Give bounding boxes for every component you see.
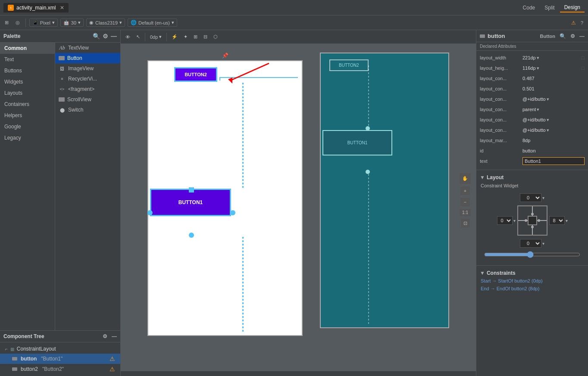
- tree-item-constraintlayout[interactable]: ⌐ ▦ ConstraintLayout: [0, 344, 120, 354]
- constraint-slider[interactable]: [484, 251, 580, 258]
- attr-value-layout-height[interactable]: 116dp ▾: [522, 65, 579, 71]
- attr-label-con4: layout_con...: [480, 107, 521, 112]
- category-common[interactable]: Common: [0, 43, 55, 54]
- infer-constraints-btn[interactable]: ⚡: [169, 33, 180, 41]
- attr-label-layout-height: layout_heig...: [480, 65, 521, 71]
- attr-value-margin[interactable]: 8dp: [522, 138, 585, 143]
- widget-fragment-label: <fragment>: [68, 86, 94, 92]
- preview-dot-bottom: [366, 170, 370, 174]
- xml-icon: x: [8, 5, 14, 11]
- attr-widget-name: button: [488, 33, 538, 39]
- attr-value-con2[interactable]: 0.501: [522, 86, 585, 91]
- palette-close-icon[interactable]: —: [111, 33, 117, 40]
- category-legacy[interactable]: Legacy: [0, 132, 55, 143]
- category-containers[interactable]: Containers: [0, 99, 55, 110]
- align-btn[interactable]: ⊞: [191, 33, 200, 41]
- widget-fragment[interactable]: <> <fragment>: [55, 84, 120, 94]
- zoom-in-btn[interactable]: +: [460, 186, 470, 195]
- tab-close-icon[interactable]: ✕: [60, 5, 64, 11]
- constraint-link-start[interactable]: Start → StartOf button2 (0dp): [476, 277, 588, 285]
- attr-row-id[interactable]: id button: [476, 146, 588, 156]
- attr-row-con1[interactable]: layout_con... 0.487: [476, 73, 588, 84]
- hand-tool-btn[interactable]: ✋: [460, 173, 471, 184]
- category-text[interactable]: Text: [0, 54, 55, 65]
- pack-btn[interactable]: ⬡: [211, 33, 220, 41]
- attr-value-con4[interactable]: parent ▾: [522, 107, 585, 112]
- help-btn[interactable]: ?: [579, 19, 585, 27]
- constraint-bottom-select[interactable]: 0: [520, 239, 541, 248]
- locale-dropdown[interactable]: 🌐 Default (en-us) ▾: [128, 19, 177, 27]
- attr-close-icon[interactable]: —: [579, 33, 585, 39]
- mode-design-tab[interactable]: Design: [560, 3, 585, 12]
- mode-code-tab[interactable]: Code: [519, 3, 540, 12]
- attr-row-con6[interactable]: layout_con... @+id/butto ▾: [476, 125, 588, 135]
- attr-search-icon[interactable]: 🔍: [560, 33, 566, 39]
- attr-row-margin[interactable]: layout_mar... 8dp: [476, 135, 588, 146]
- button2-widget[interactable]: BUTTON2: [174, 67, 217, 82]
- class-dropdown[interactable]: ◉ Class2319 ▾: [86, 19, 125, 27]
- zoom-out-btn[interactable]: −: [460, 198, 470, 206]
- widget-textview[interactable]: Ab TextView: [55, 43, 120, 53]
- category-buttons[interactable]: Buttons: [0, 65, 55, 76]
- attr-value-layout-width[interactable]: 221dp ▾: [522, 55, 579, 61]
- zoom-reset-btn[interactable]: 1:1: [460, 209, 471, 216]
- attr-value-id[interactable]: button: [522, 148, 585, 153]
- attr-value-con1[interactable]: 0.487: [522, 76, 585, 81]
- category-helpers[interactable]: Helpers: [0, 110, 55, 121]
- attr-label-con1: layout_con...: [480, 76, 521, 81]
- canvas-zoom-btn[interactable]: 👁: [123, 33, 132, 41]
- tree-item-button2[interactable]: button2 "Button2" ⚠: [0, 364, 120, 374]
- widget-scrollview-label: ScrollView: [67, 96, 91, 103]
- preview-v-line: [368, 65, 369, 134]
- palette-gear-icon[interactable]: ⚙: [103, 33, 108, 40]
- mode-split-tab[interactable]: Split: [540, 3, 559, 12]
- design-toolbar: ⊞ ◎ 📱 Pixel ▾ 🤖 30 ▾ ◉ Class2319 ▾ 🌐 Def…: [0, 16, 588, 30]
- margin-input[interactable]: 0dp ▾: [148, 33, 164, 41]
- attr-value-con3[interactable]: @+id/butto ▾: [522, 96, 585, 102]
- canvas-scrollbar[interactable]: [121, 371, 476, 376]
- constraint-link-start-text: Start → StartOf button2 (0dp): [481, 278, 543, 283]
- widget-recyclerview[interactable]: ≡ RecyclerVi...: [55, 74, 120, 84]
- design-view-btn[interactable]: ⊞: [3, 19, 11, 27]
- attr-value-con5[interactable]: @+id/butto ▾: [522, 117, 585, 123]
- widget-switch[interactable]: ⬤ Switch: [55, 105, 120, 115]
- attr-row-layout-width[interactable]: layout_width 221dp ▾ □: [476, 53, 588, 63]
- con5-chevron: ▾: [547, 117, 549, 123]
- constraint-right-select[interactable]: 8: [549, 216, 565, 225]
- attr-value-con6[interactable]: @+id/butto ▾: [522, 127, 585, 133]
- attr-row-con4[interactable]: layout_con... parent ▾: [476, 104, 588, 115]
- palette-search-icon[interactable]: 🔍: [93, 33, 100, 40]
- attr-header: button Button 🔍 ⚙ —: [476, 30, 588, 42]
- layout-width-extra-icon: □: [582, 55, 585, 61]
- tree-item-button[interactable]: button "Button1" ⚠: [0, 354, 120, 364]
- tab-activity-main[interactable]: x activity_main.xml ✕: [3, 3, 69, 12]
- fit-screen-btn[interactable]: ⊡: [461, 219, 470, 228]
- constraint-top-select[interactable]: 0: [520, 193, 541, 202]
- button-warning-icon: ⚠: [109, 355, 115, 362]
- attr-row-con2[interactable]: layout_con... 0.501: [476, 84, 588, 94]
- category-google[interactable]: Google: [0, 121, 55, 132]
- canvas-select-btn[interactable]: ↖: [134, 33, 142, 41]
- attr-gear-icon[interactable]: ⚙: [570, 33, 575, 39]
- widget-button[interactable]: Button: [55, 53, 120, 63]
- device-dropdown[interactable]: 📱 Pixel ▾: [29, 19, 58, 27]
- tree-gear-icon[interactable]: ⚙: [103, 333, 107, 339]
- api-dropdown[interactable]: 🤖 30 ▾: [60, 19, 84, 27]
- tree-close-icon[interactable]: —: [112, 333, 117, 339]
- blueprint-btn[interactable]: ◎: [13, 19, 22, 27]
- category-layouts[interactable]: Layouts: [0, 87, 55, 99]
- attr-input-text[interactable]: [522, 157, 585, 165]
- attr-row-layout-height[interactable]: layout_heig... 116dp ▾ □: [476, 63, 588, 73]
- attr-row-con5[interactable]: layout_con... @+id/butto ▾: [476, 115, 588, 125]
- magic-btn[interactable]: ✦: [181, 33, 190, 41]
- attr-row-con3[interactable]: layout_con... @+id/butto ▾: [476, 94, 588, 104]
- constraint-left-select[interactable]: 0: [497, 216, 513, 225]
- button1-widget[interactable]: BUTTON1: [150, 189, 231, 216]
- widget-imageview[interactable]: 🖼 ImageView: [55, 63, 120, 74]
- attr-row-text[interactable]: text: [476, 156, 588, 166]
- guidelines-btn[interactable]: ⊟: [201, 33, 210, 41]
- category-widgets[interactable]: Widgets: [0, 76, 55, 87]
- constraint-link-end[interactable]: End → EndOf button2 (8dp): [476, 285, 588, 292]
- widget-scrollview[interactable]: ScrollView: [55, 94, 120, 105]
- zigzag-bottom: [242, 237, 244, 332]
